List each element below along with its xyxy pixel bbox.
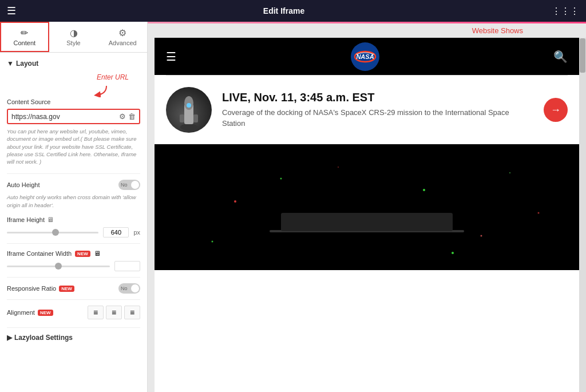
hamburger-icon[interactable]: ☰ bbox=[7, 5, 16, 17]
svg-point-12 bbox=[423, 189, 425, 191]
svg-point-10 bbox=[280, 178, 282, 180]
layout-arrow-icon: ▼ bbox=[7, 60, 14, 68]
lazy-load-label: Lazyload Settings bbox=[14, 334, 73, 342]
url-input-wrapper: ⚙ 🗑 bbox=[7, 109, 140, 124]
advanced-icon: ⚙ bbox=[118, 27, 126, 38]
style-icon: ◑ bbox=[70, 27, 78, 38]
nasa-logo-svg: NASA bbox=[351, 43, 379, 70]
rocket-svg bbox=[172, 93, 206, 133]
nasa-content: LIVE, Nov. 11, 3:45 a.m. EST Coverage of… bbox=[155, 75, 579, 270]
tab-style[interactable]: ◑ Style bbox=[49, 22, 98, 52]
preview-scrollbar[interactable] bbox=[579, 38, 586, 392]
auto-height-toggle[interactable]: No bbox=[118, 180, 140, 190]
lazy-load-section: ▶ Lazyload Settings bbox=[7, 327, 140, 342]
auto-height-hint: Auto height only works when cross domain… bbox=[7, 193, 140, 209]
website-shows-text: Website Shows bbox=[472, 26, 523, 35]
nasa-arrow-button[interactable]: → bbox=[544, 98, 568, 122]
svg-point-15 bbox=[212, 241, 213, 243]
iframe-height-unit: px bbox=[133, 229, 140, 236]
settings-icon[interactable]: ⚙ bbox=[119, 112, 126, 121]
nasa-article: LIVE, Nov. 11, 3:45 a.m. EST Coverage of… bbox=[155, 76, 579, 144]
svg-text:NASA: NASA bbox=[356, 53, 374, 60]
auto-height-row: Auto Height No bbox=[7, 180, 140, 190]
svg-point-16 bbox=[338, 167, 339, 168]
nasa-article-image bbox=[166, 87, 212, 133]
url-hint-text: You can put here any website url, youtub… bbox=[7, 128, 140, 165]
iframe-preview: ☰ NASA 🔍 bbox=[155, 38, 579, 392]
url-input[interactable] bbox=[11, 113, 119, 121]
monitor-icon: 🖥 bbox=[47, 216, 54, 224]
nasa-article-desc: Coverage of the docking of NASA's SpaceX… bbox=[222, 108, 533, 128]
alignment-label-group: Alignment NEW bbox=[7, 309, 53, 316]
responsive-ratio-label-group: Responsive Ratio NEW bbox=[7, 285, 74, 292]
iframe-container-width-slider-row bbox=[7, 261, 140, 271]
svg-rect-6 bbox=[180, 114, 184, 122]
responsive-ratio-row: Responsive Ratio NEW No bbox=[7, 283, 140, 294]
layout-section-header: ▼ Layout bbox=[7, 60, 140, 68]
lazy-load-arrow-icon: ▶ bbox=[7, 334, 12, 342]
auto-height-label: Auto Height bbox=[7, 181, 39, 188]
content-icon: ✏ bbox=[21, 27, 28, 38]
svg-point-18 bbox=[538, 212, 540, 214]
scrollbar-thumb bbox=[580, 38, 585, 73]
svg-point-9 bbox=[234, 200, 236, 203]
enter-url-label: Enter URL bbox=[97, 73, 129, 81]
iframe-container-width-slider[interactable] bbox=[7, 266, 110, 267]
iframe-container-width-label: Iframe Container Width bbox=[7, 250, 72, 257]
page-title: Edit Iframe bbox=[263, 6, 304, 15]
auto-height-knob bbox=[131, 181, 139, 189]
nasa-header: ☰ NASA 🔍 bbox=[155, 38, 579, 75]
iframe-height-input[interactable] bbox=[103, 227, 129, 237]
auto-height-toggle-text: No bbox=[121, 182, 128, 188]
tab-advanced[interactable]: ⚙ Advanced bbox=[98, 22, 147, 52]
tab-style-label: Style bbox=[66, 39, 80, 46]
nasa-dark-section bbox=[155, 144, 579, 270]
preview-area: Website Shows ☰ NA bbox=[148, 22, 586, 392]
svg-point-8 bbox=[187, 103, 191, 108]
alignment-row: Alignment NEW ≡ ≡ ≡ bbox=[7, 306, 140, 319]
nasa-article-title: LIVE, Nov. 11, 3:45 a.m. EST bbox=[222, 91, 533, 104]
responsive-ratio-toggle[interactable]: No bbox=[118, 283, 140, 294]
pink-top-line bbox=[148, 22, 586, 23]
lazy-load-header[interactable]: ▶ Lazyload Settings bbox=[7, 334, 140, 342]
alignment-label: Alignment bbox=[7, 309, 35, 316]
sidebar: ✏ Content ◑ Style ⚙ Advanced ▼ Layout En… bbox=[0, 22, 148, 392]
nasa-logo: NASA bbox=[351, 42, 379, 71]
align-right-button[interactable]: ≡ bbox=[124, 306, 140, 319]
main-layout: ✏ Content ◑ Style ⚙ Advanced ▼ Layout En… bbox=[0, 22, 586, 392]
svg-rect-7 bbox=[193, 114, 198, 122]
nasa-search-icon: 🔍 bbox=[553, 50, 568, 64]
align-left-button[interactable]: ≡ bbox=[88, 306, 104, 319]
delete-icon[interactable]: 🗑 bbox=[128, 112, 136, 121]
svg-point-17 bbox=[452, 252, 454, 254]
svg-point-3 bbox=[180, 124, 197, 130]
iframe-container-width-input[interactable] bbox=[114, 261, 140, 271]
svg-point-13 bbox=[481, 235, 482, 237]
grid-icon[interactable]: ⋮⋮⋮ bbox=[552, 6, 579, 17]
align-center-button[interactable]: ≡ bbox=[106, 306, 122, 319]
tab-advanced-label: Advanced bbox=[109, 39, 137, 46]
starfield-svg bbox=[155, 144, 579, 270]
nasa-hamburger-icon: ☰ bbox=[166, 50, 176, 64]
top-bar: ☰ Edit Iframe ⋮⋮⋮ bbox=[0, 0, 586, 22]
content-source-label: Content Source bbox=[7, 98, 140, 105]
nasa-article-body: LIVE, Nov. 11, 3:45 a.m. EST Coverage of… bbox=[222, 91, 533, 128]
layout-label: Layout bbox=[16, 60, 38, 68]
tab-content-label: Content bbox=[14, 39, 36, 46]
alignment-buttons: ≡ ≡ ≡ bbox=[88, 306, 140, 319]
iframe-container-width-row: Iframe Container Width NEW 🖥 bbox=[7, 250, 140, 258]
svg-rect-20 bbox=[281, 213, 453, 231]
responsive-ratio-knob bbox=[131, 284, 139, 292]
iframe-height-row: px bbox=[7, 227, 140, 237]
svg-point-14 bbox=[509, 172, 510, 173]
new-badge-alignment: NEW bbox=[38, 310, 53, 316]
url-input-icons: ⚙ 🗑 bbox=[119, 112, 136, 121]
monitor-icon-2: 🖥 bbox=[94, 250, 101, 258]
tab-content[interactable]: ✏ Content bbox=[0, 22, 49, 52]
tab-bar: ✏ Content ◑ Style ⚙ Advanced bbox=[0, 22, 147, 53]
sidebar-content: ▼ Layout Enter URL Content Source bbox=[0, 53, 147, 349]
iframe-height-slider[interactable] bbox=[7, 232, 98, 233]
responsive-ratio-toggle-text: No bbox=[121, 286, 128, 291]
responsive-ratio-label: Responsive Ratio bbox=[7, 285, 56, 292]
iframe-height-label: Iframe Height 🖥 bbox=[7, 216, 140, 224]
